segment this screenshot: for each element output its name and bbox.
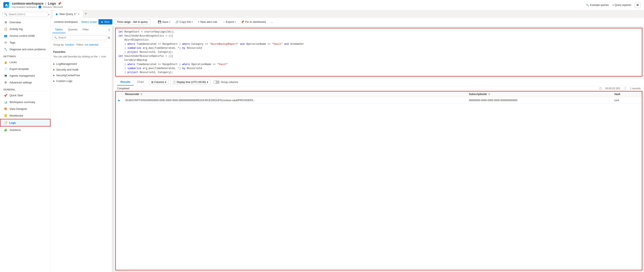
gear-icon: ⚙ [636, 3, 639, 6]
panel-resize-handle[interactable]: ⋮ [112, 26, 114, 272]
sidebar-item-workbooks[interactable]: 📒 Workbooks [0, 112, 50, 119]
copy-link-button[interactable]: 🔗 Copy link ▾ [174, 19, 194, 24]
queries-tab[interactable]: Queries [66, 26, 80, 33]
results-table-area: ResourceId ▽ SubscriptionId ▽ Vault [115, 91, 642, 270]
tree-item-security-audit[interactable]: ▶ Security and Audit [51, 67, 112, 72]
duration-icon: 🕐 [599, 87, 602, 90]
columns-button[interactable]: ⊞ Columns ▾ [149, 80, 168, 84]
sidebar-item-solutions[interactable]: 🧩 Solutions [0, 126, 50, 133]
code-line-3: AzureDiagnostics [118, 38, 639, 42]
tab-label: New Query 1* [59, 12, 76, 16]
sidebar-item-label: Diagnose and solve problems [10, 48, 46, 51]
left-panel-collapse[interactable]: ≡ [108, 26, 110, 33]
time-range-button[interactable]: Time range : Set in query [114, 19, 150, 25]
pin-icon[interactable]: 📌 [58, 2, 61, 5]
breadcrumb-sub: Log Analytics workspace i Directory: Mic… [12, 5, 63, 8]
query-explorer-icon: ⎆ [612, 3, 614, 6]
results-tab[interactable]: Results [117, 79, 134, 85]
save-button[interactable]: 💾 Save ▾ [156, 19, 172, 24]
tree-item-custom-logs[interactable]: ▶ Custom Logs [51, 78, 112, 84]
sidebar-collapse-button[interactable]: » [48, 13, 50, 16]
favorites-section: Favorites You can add favorites by click… [51, 48, 112, 61]
query-editor[interactable]: let RangeStart = startofday(ago(3d)); le… [115, 28, 642, 76]
row-expand-cell: ▶ [116, 97, 122, 104]
chart-tab[interactable]: Chart [134, 79, 147, 85]
sidebar-item-advanced-settings[interactable]: ⚙ Advanced settings [0, 79, 50, 86]
example-queries-button[interactable]: 🔍 Example queries [586, 3, 609, 6]
resourceid-filter-icon[interactable]: ▽ [140, 93, 142, 95]
settings-gear-button[interactable]: ⚙ [635, 2, 640, 8]
sidebar-item-activity-log[interactable]: 📋 Activity log [0, 25, 50, 32]
group-columns-switch[interactable] [213, 80, 220, 84]
run-button[interactable]: ▶ Run [98, 19, 112, 24]
row-expand-button[interactable]: ▶ [118, 99, 120, 102]
save-icon: 💾 [158, 20, 161, 23]
export-button[interactable]: → Export ▾ [220, 19, 238, 24]
agents-icon: 💻 [4, 74, 8, 77]
add-tab-button[interactable]: + [83, 12, 89, 16]
filter-options-icon[interactable]: ⊞ [108, 36, 110, 39]
main-layout: 🔍 » ⊞ Overview 📋 Activity log 👥 Access c… [0, 10, 644, 272]
left-panel-search-container: 🔍 ⊞ [51, 33, 112, 42]
sidebar-item-logs[interactable]: 📝 Logs [0, 119, 50, 126]
sidebar-item-quick-start[interactable]: 🚀 Quick Start [0, 92, 50, 99]
tree-arrow-icon: ▶ [53, 80, 55, 82]
new-alert-rule-button[interactable]: + New alert rule [196, 19, 219, 24]
sidebar-item-tags[interactable]: 🏷 Tags [0, 39, 50, 46]
query-tab[interactable]: ▶ New Query 1* ✕ [52, 10, 83, 18]
sidebar-item-export-template[interactable]: 📄 Export template [0, 65, 50, 72]
clock-icon: 🕐 [172, 81, 176, 84]
directory-label: Directory: Microsoft [43, 6, 63, 8]
sidebar-search-input[interactable] [2, 12, 48, 17]
sidebar-item-access-control[interactable]: 👥 Access control (IAM) [0, 32, 50, 39]
sidebar-item-overview[interactable]: ⊞ Overview [0, 19, 50, 25]
general-section-header: General [0, 86, 50, 92]
diagnose-icon: 🔧 [4, 47, 8, 51]
sidebar-item-locks[interactable]: 🔒 Locks [0, 59, 50, 65]
sidebar-item-workspace-summary[interactable]: 📊 Workspace summary [0, 99, 50, 105]
save-dropdown-icon: ▾ [169, 21, 170, 23]
page-title: Logs [48, 2, 56, 5]
sub-label: Log Analytics workspace [12, 6, 37, 8]
sidebar: 🔍 » ⊞ Overview 📋 Activity log 👥 Access c… [0, 10, 51, 272]
query-explorer-button[interactable]: ⎆ Query explorer [612, 3, 631, 6]
sidebar-item-label: Access control (IAM) [10, 34, 35, 37]
filters-value[interactable]: not selected [85, 43, 98, 46]
status-bar: Completed 🕐 00:00:02.053 📄 1 records [114, 86, 644, 91]
more-options-button[interactable]: ... [269, 19, 275, 24]
left-panel-search-input[interactable] [52, 35, 106, 40]
group-by-bar: Group by: Solution Filters: not selected [51, 42, 112, 48]
example-queries-label: Example queries [590, 3, 609, 6]
sidebar-search-icon: 🔍 [4, 13, 8, 16]
top-right-actions: 🔍 Example queries ⎆ Query explorer ⚙ [586, 2, 640, 8]
tags-icon: 🏷 [4, 41, 8, 44]
tree-item-logmanagement[interactable]: ▶ LogManagement [51, 61, 112, 67]
top-header: contoso-workspace | Logs 📌 Log Analytics… [0, 0, 644, 10]
left-panel-search-icon: 🔍 [54, 36, 57, 39]
subscriptionid-filter-icon[interactable]: ▽ [488, 93, 490, 95]
tables-tab[interactable]: Tables [52, 26, 66, 33]
resourceid-col-header: ResourceId ▽ [122, 91, 466, 97]
tab-close-icon[interactable]: ✕ [78, 13, 80, 15]
code-line-2: let VaultUnderAzureDiagnostics = (){ [118, 34, 639, 38]
code-line-7: let VaultUnderResourceSpecific = (){ [118, 54, 639, 58]
sidebar-item-label: Workbooks [10, 114, 23, 117]
group-by-value[interactable]: Solution [65, 43, 74, 46]
sidebar-item-agents-management[interactable]: 💻 Agents management [0, 72, 50, 79]
results-toolbar: Results Chart ⊞ Columns ▾ 🕐 Display time… [114, 78, 644, 86]
resourceid-cell: /SUBSCRIPTIONS/00000000-0000-0000-0000-0… [122, 97, 466, 104]
toggle-knob [214, 81, 216, 83]
copy-link-label: Copy link [180, 20, 191, 23]
content-area: Tables Queries Filter ≡ 🔍 ⊞ Group by: So… [51, 26, 644, 272]
select-scope-button[interactable]: Select scope [81, 20, 97, 23]
display-time-button[interactable]: 🕐 Display time (UTC+00:00) ▾ [170, 80, 210, 84]
sidebar-item-diagnose[interactable]: 🔧 Diagnose and solve problems [0, 46, 50, 53]
filter-tab[interactable]: Filter [80, 26, 91, 33]
export-template-icon: 📄 [4, 67, 8, 70]
sidebar-search-container: 🔍 » [0, 10, 50, 19]
time-dropdown-icon: ▾ [207, 81, 208, 84]
tree-item-security-center-free[interactable]: ▶ SecurityCenterFree [51, 72, 112, 78]
sidebar-item-label: Tags [10, 41, 15, 44]
pin-to-dashboard-button[interactable]: 📌 Pin to dashboard [239, 19, 268, 24]
sidebar-item-view-designer[interactable]: 🎨 View Designer [0, 105, 50, 112]
